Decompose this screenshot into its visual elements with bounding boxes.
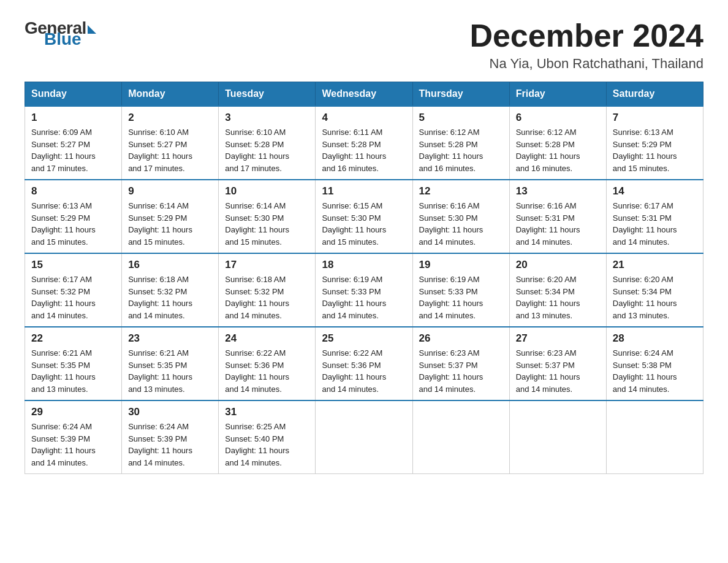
calendar-cell bbox=[606, 400, 703, 474]
day-info: Sunrise: 6:18 AMSunset: 5:32 PMDaylight:… bbox=[128, 274, 212, 321]
day-info: Sunrise: 6:14 AMSunset: 5:29 PMDaylight:… bbox=[128, 200, 212, 248]
calendar-cell: 17Sunrise: 6:18 AMSunset: 5:32 PMDayligh… bbox=[219, 253, 316, 327]
calendar-cell: 27Sunrise: 6:23 AMSunset: 5:37 PMDayligh… bbox=[509, 327, 606, 400]
calendar-table: SundayMondayTuesdayWednesdayThursdayFrid… bbox=[25, 82, 703, 474]
day-number: 14 bbox=[613, 185, 697, 197]
day-info: Sunrise: 6:09 AMSunset: 5:27 PMDaylight:… bbox=[31, 126, 115, 174]
calendar-cell: 13Sunrise: 6:16 AMSunset: 5:31 PMDayligh… bbox=[509, 180, 606, 253]
month-year-title: December 2024 bbox=[469, 18, 703, 53]
calendar-cell: 5Sunrise: 6:12 AMSunset: 5:28 PMDaylight… bbox=[412, 106, 509, 180]
day-number: 22 bbox=[31, 332, 115, 345]
calendar-cell: 6Sunrise: 6:12 AMSunset: 5:28 PMDaylight… bbox=[509, 106, 606, 180]
day-number: 29 bbox=[31, 406, 115, 418]
day-number: 2 bbox=[128, 112, 212, 124]
day-number: 6 bbox=[516, 112, 600, 124]
day-number: 8 bbox=[31, 185, 115, 197]
calendar-header-row: SundayMondayTuesdayWednesdayThursdayFrid… bbox=[25, 82, 703, 107]
day-number: 3 bbox=[225, 112, 309, 124]
day-number: 27 bbox=[516, 332, 600, 345]
calendar-cell bbox=[509, 400, 606, 474]
calendar-cell: 28Sunrise: 6:24 AMSunset: 5:38 PMDayligh… bbox=[606, 327, 703, 400]
day-info: Sunrise: 6:23 AMSunset: 5:37 PMDaylight:… bbox=[516, 347, 600, 395]
day-info: Sunrise: 6:18 AMSunset: 5:32 PMDaylight:… bbox=[225, 274, 309, 321]
day-number: 19 bbox=[419, 259, 503, 271]
calendar-cell: 8Sunrise: 6:13 AMSunset: 5:29 PMDaylight… bbox=[25, 180, 122, 253]
calendar-cell: 9Sunrise: 6:14 AMSunset: 5:29 PMDaylight… bbox=[122, 180, 219, 253]
day-number: 31 bbox=[225, 406, 309, 418]
week-row-1: 1Sunrise: 6:09 AMSunset: 5:27 PMDaylight… bbox=[25, 106, 703, 180]
day-info: Sunrise: 6:16 AMSunset: 5:31 PMDaylight:… bbox=[516, 200, 600, 248]
day-info: Sunrise: 6:24 AMSunset: 5:38 PMDaylight:… bbox=[613, 347, 697, 395]
day-header-saturday: Saturday bbox=[606, 82, 703, 107]
day-number: 11 bbox=[322, 185, 406, 197]
day-number: 16 bbox=[128, 259, 212, 271]
calendar-cell: 26Sunrise: 6:23 AMSunset: 5:37 PMDayligh… bbox=[412, 327, 509, 400]
logo-triangle-icon bbox=[88, 25, 96, 34]
day-info: Sunrise: 6:20 AMSunset: 5:34 PMDaylight:… bbox=[516, 274, 600, 321]
calendar-cell: 20Sunrise: 6:20 AMSunset: 5:34 PMDayligh… bbox=[509, 253, 606, 327]
calendar-cell: 1Sunrise: 6:09 AMSunset: 5:27 PMDaylight… bbox=[25, 106, 122, 180]
day-info: Sunrise: 6:22 AMSunset: 5:36 PMDaylight:… bbox=[322, 347, 406, 395]
day-number: 17 bbox=[225, 259, 309, 271]
day-number: 7 bbox=[613, 112, 697, 124]
calendar-cell: 2Sunrise: 6:10 AMSunset: 5:27 PMDaylight… bbox=[122, 106, 219, 180]
calendar-cell: 22Sunrise: 6:21 AMSunset: 5:35 PMDayligh… bbox=[25, 327, 122, 400]
day-header-wednesday: Wednesday bbox=[316, 82, 412, 107]
day-number: 4 bbox=[322, 112, 406, 124]
day-number: 21 bbox=[613, 259, 697, 271]
day-header-tuesday: Tuesday bbox=[219, 82, 316, 107]
day-number: 25 bbox=[322, 332, 406, 345]
week-row-2: 8Sunrise: 6:13 AMSunset: 5:29 PMDaylight… bbox=[25, 180, 703, 253]
logo-blue-text: Blue bbox=[44, 29, 82, 49]
day-info: Sunrise: 6:21 AMSunset: 5:35 PMDaylight:… bbox=[128, 347, 212, 395]
calendar-cell: 18Sunrise: 6:19 AMSunset: 5:33 PMDayligh… bbox=[316, 253, 412, 327]
day-info: Sunrise: 6:17 AMSunset: 5:32 PMDaylight:… bbox=[31, 274, 115, 321]
calendar-cell: 23Sunrise: 6:21 AMSunset: 5:35 PMDayligh… bbox=[122, 327, 219, 400]
day-info: Sunrise: 6:10 AMSunset: 5:28 PMDaylight:… bbox=[225, 126, 309, 174]
calendar-cell: 30Sunrise: 6:24 AMSunset: 5:39 PMDayligh… bbox=[122, 400, 219, 474]
day-number: 30 bbox=[128, 406, 212, 418]
calendar-cell bbox=[316, 400, 412, 474]
calendar-cell: 24Sunrise: 6:22 AMSunset: 5:36 PMDayligh… bbox=[219, 327, 316, 400]
calendar-cell: 14Sunrise: 6:17 AMSunset: 5:31 PMDayligh… bbox=[606, 180, 703, 253]
calendar-cell: 10Sunrise: 6:14 AMSunset: 5:30 PMDayligh… bbox=[219, 180, 316, 253]
day-number: 1 bbox=[31, 112, 115, 124]
day-info: Sunrise: 6:17 AMSunset: 5:31 PMDaylight:… bbox=[613, 200, 697, 248]
day-info: Sunrise: 6:13 AMSunset: 5:29 PMDaylight:… bbox=[613, 126, 697, 174]
calendar-cell: 16Sunrise: 6:18 AMSunset: 5:32 PMDayligh… bbox=[122, 253, 219, 327]
day-info: Sunrise: 6:20 AMSunset: 5:34 PMDaylight:… bbox=[613, 274, 697, 321]
calendar-cell: 15Sunrise: 6:17 AMSunset: 5:32 PMDayligh… bbox=[25, 253, 122, 327]
day-number: 18 bbox=[322, 259, 406, 271]
day-info: Sunrise: 6:21 AMSunset: 5:35 PMDaylight:… bbox=[31, 347, 115, 395]
day-number: 9 bbox=[128, 185, 212, 197]
day-info: Sunrise: 6:19 AMSunset: 5:33 PMDaylight:… bbox=[419, 274, 503, 321]
day-info: Sunrise: 6:23 AMSunset: 5:37 PMDaylight:… bbox=[419, 347, 503, 395]
calendar-cell: 3Sunrise: 6:10 AMSunset: 5:28 PMDaylight… bbox=[219, 106, 316, 180]
calendar-cell: 11Sunrise: 6:15 AMSunset: 5:30 PMDayligh… bbox=[316, 180, 412, 253]
day-info: Sunrise: 6:25 AMSunset: 5:40 PMDaylight:… bbox=[225, 421, 309, 469]
location-subtitle: Na Yia, Ubon Ratchathani, Thailand bbox=[469, 56, 703, 72]
day-number: 23 bbox=[128, 332, 212, 345]
day-info: Sunrise: 6:14 AMSunset: 5:30 PMDaylight:… bbox=[225, 200, 309, 248]
day-info: Sunrise: 6:22 AMSunset: 5:36 PMDaylight:… bbox=[225, 347, 309, 395]
week-row-4: 22Sunrise: 6:21 AMSunset: 5:35 PMDayligh… bbox=[25, 327, 703, 400]
title-section: December 2024 Na Yia, Ubon Ratchathani, … bbox=[469, 18, 703, 72]
day-info: Sunrise: 6:13 AMSunset: 5:29 PMDaylight:… bbox=[31, 200, 115, 248]
day-header-friday: Friday bbox=[509, 82, 606, 107]
day-number: 10 bbox=[225, 185, 309, 197]
day-info: Sunrise: 6:15 AMSunset: 5:30 PMDaylight:… bbox=[322, 200, 406, 248]
calendar-cell: 31Sunrise: 6:25 AMSunset: 5:40 PMDayligh… bbox=[219, 400, 316, 474]
calendar-cell: 19Sunrise: 6:19 AMSunset: 5:33 PMDayligh… bbox=[412, 253, 509, 327]
calendar-cell: 4Sunrise: 6:11 AMSunset: 5:28 PMDaylight… bbox=[316, 106, 412, 180]
day-info: Sunrise: 6:11 AMSunset: 5:28 PMDaylight:… bbox=[322, 126, 406, 174]
day-number: 24 bbox=[225, 332, 309, 345]
week-row-5: 29Sunrise: 6:24 AMSunset: 5:39 PMDayligh… bbox=[25, 400, 703, 474]
day-number: 20 bbox=[516, 259, 600, 271]
week-row-3: 15Sunrise: 6:17 AMSunset: 5:32 PMDayligh… bbox=[25, 253, 703, 327]
day-number: 15 bbox=[31, 259, 115, 271]
day-number: 12 bbox=[419, 185, 503, 197]
logo: General Blue bbox=[25, 18, 96, 49]
day-number: 28 bbox=[613, 332, 697, 345]
day-info: Sunrise: 6:12 AMSunset: 5:28 PMDaylight:… bbox=[419, 126, 503, 174]
day-header-monday: Monday bbox=[122, 82, 219, 107]
